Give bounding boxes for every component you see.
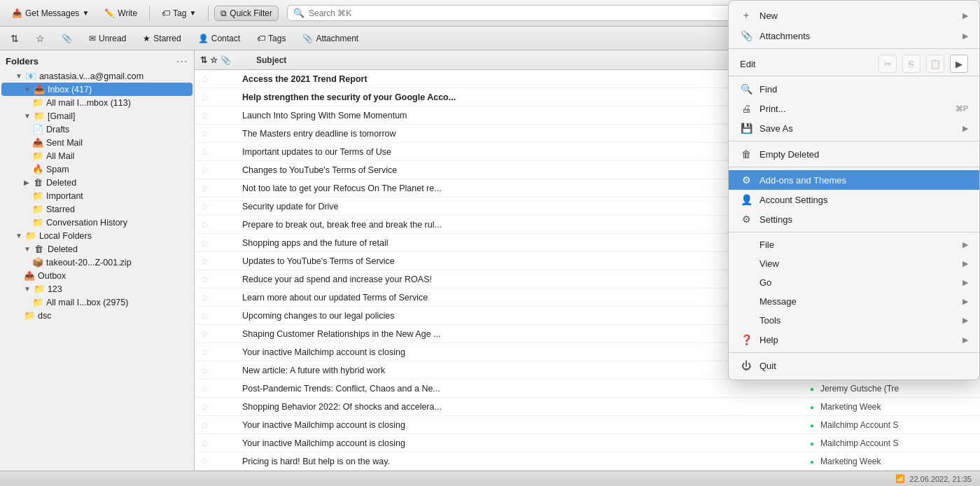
star-icon[interactable]: ☆ <box>200 165 209 176</box>
star-icon[interactable]: ☆ <box>200 74 209 85</box>
star-col: ☆ <box>200 183 214 194</box>
takeout-icon: 📦 <box>32 257 43 268</box>
sidebar-item-starred[interactable]: 📁 Starred <box>1 202 192 216</box>
star-col: ☆ <box>200 401 214 412</box>
new-arrow: ▶ <box>962 11 968 20</box>
get-messages-button[interactable]: 📥 Get Messages ▼ <box>6 6 95 21</box>
menu-item-tools[interactable]: Tools ▶ <box>729 311 979 330</box>
unread-icon: ✉ <box>89 34 96 43</box>
star-icon[interactable]: ☆ <box>200 456 209 467</box>
subject-cell: Shaping Customer Relationships in the Ne… <box>242 329 804 339</box>
menu-item-view[interactable]: View ▶ <box>729 254 979 273</box>
starred-button[interactable]: ★ Starred <box>135 31 188 46</box>
sidebar-item-local-folders[interactable]: ▼ 📁 Local Folders <box>1 229 192 242</box>
menu-item-help[interactable]: ❓ Help ▶ <box>729 330 979 349</box>
123-icon: 📁 <box>34 284 45 294</box>
star-col: ☆ <box>200 201 214 212</box>
sidebar-item-gmail[interactable]: ▼ 📁 [Gmail] <box>1 109 192 123</box>
sidebar-item-history[interactable]: 📁 Conversation History <box>1 216 192 229</box>
save-as-icon: 💾 <box>740 123 752 134</box>
sidebar: Folders ··· ▼ 📧 anastasia.v...a@gmail.co… <box>0 50 195 471</box>
sidebar-item-account[interactable]: ▼ 📧 anastasia.v...a@gmail.com <box>1 69 192 83</box>
sidebar-item-all-mail[interactable]: 📁 All mail I...mbox (113) <box>1 96 192 109</box>
star-icon[interactable]: ☆ <box>200 183 209 194</box>
star-icon[interactable]: ☆ <box>200 383 209 394</box>
sidebar-item-spam[interactable]: 🔥 Spam <box>1 162 192 176</box>
star-icon[interactable]: ☆ <box>200 219 209 230</box>
star-filter-button[interactable]: ☆ <box>28 30 52 47</box>
cut-button[interactable]: ✂ <box>878 55 897 73</box>
subject-cell: Important updates to our Terms of Use <box>242 147 804 157</box>
get-messages-dropdown-arrow[interactable]: ▼ <box>82 9 89 17</box>
tag-dropdown-arrow[interactable]: ▼ <box>189 9 196 17</box>
menu-item-find[interactable]: 🔍 Find <box>729 79 979 99</box>
menu-item-new[interactable]: ＋ New ▶ <box>729 5 979 26</box>
unread-button[interactable]: ✉ Unread <box>81 31 134 46</box>
menu-divider-3 <box>729 167 979 167</box>
star-icon[interactable]: ☆ <box>200 365 209 376</box>
attachment-filter-button[interactable]: 📎 <box>54 31 80 46</box>
copy-button[interactable]: ⎘ <box>902 55 920 73</box>
subject-cell: Access the 2021 Trend Report <box>242 74 804 84</box>
menu-item-quit[interactable]: ⏻ Quit <box>729 356 979 375</box>
menu-item-attachments[interactable]: 📎 Attachments ▶ <box>729 26 979 46</box>
sidebar-item-inbox[interactable]: ▼ 📥 Inbox (417) <box>1 83 192 96</box>
attachment-button[interactable]: 📎 Attachment <box>295 31 366 46</box>
star-icon[interactable]: ☆ <box>200 328 209 340</box>
tags-button[interactable]: 🏷 Tags <box>249 31 293 46</box>
print-shortcut: ⌘P <box>955 104 968 113</box>
star-icon[interactable]: ☆ <box>200 419 209 431</box>
sidebar-item-local-deleted[interactable]: ▼ 🗑 Deleted <box>1 242 192 256</box>
folders-options-button[interactable]: ··· <box>176 56 188 67</box>
star-icon[interactable]: ☆ <box>200 292 209 303</box>
sidebar-item-123[interactable]: ▼ 📁 123 <box>1 282 192 296</box>
star-icon[interactable]: ☆ <box>200 110 209 121</box>
sidebar-item-takeout[interactable]: 📦 takeout-20...Z-001.zip <box>1 256 192 269</box>
sidebar-item-sent[interactable]: 📤 Sent Mail <box>1 136 192 149</box>
sidebar-item-all-mail-123[interactable]: 📁 All mail I...box (2975) <box>1 296 192 309</box>
tag-icon: 🏷 <box>162 8 170 18</box>
menu-item-save-as[interactable]: 💾 Save As ▶ <box>729 118 979 138</box>
sidebar-item-deleted[interactable]: ▶ 🗑 Deleted <box>1 176 192 189</box>
tags-icon: 🏷 <box>257 34 265 43</box>
paste-button[interactable]: 📋 <box>926 55 944 73</box>
star-icon[interactable]: ☆ <box>200 128 209 139</box>
write-button[interactable]: ✏️ Write <box>98 6 144 21</box>
thread-sort-icon: ⇅ <box>10 33 19 44</box>
sidebar-item-all-mail2[interactable]: 📁 All Mail <box>1 149 192 162</box>
sidebar-item-drafts[interactable]: 📄 Drafts <box>1 123 192 136</box>
star-icon[interactable]: ☆ <box>200 401 209 412</box>
menu-item-settings[interactable]: ⚙ Settings <box>729 209 979 229</box>
menu-item-go[interactable]: Go ▶ <box>729 273 979 292</box>
sidebar-item-outbox[interactable]: 📤 Outbox <box>1 269 192 282</box>
star-icon[interactable]: ☆ <box>200 201 209 212</box>
star-col: ☆ <box>200 92 214 103</box>
star-icon[interactable]: ☆ <box>200 438 209 449</box>
star-icon[interactable]: ☆ <box>200 274 209 285</box>
edit-more-arrow[interactable]: ▶ <box>950 55 968 73</box>
star-icon[interactable]: ☆ <box>200 310 209 321</box>
star-col: ☆ <box>200 74 214 85</box>
quick-filter-icon: ⧉ <box>220 8 227 18</box>
star-icon[interactable]: ☆ <box>200 92 209 103</box>
star-icon[interactable]: ☆ <box>200 146 209 158</box>
tag-button[interactable]: 🏷 Tag ▼ <box>155 6 202 21</box>
star-icon[interactable]: ☆ <box>200 256 209 267</box>
contact-button[interactable]: 👤 Contact <box>190 31 248 46</box>
menu-item-addons[interactable]: ⚙ Add-ons and Themes <box>729 170 979 190</box>
menu-item-print[interactable]: 🖨 Print... ⌘P <box>729 99 979 118</box>
menu-item-empty-deleted[interactable]: 🗑 Empty Deleted <box>729 144 979 164</box>
star-icon[interactable]: ☆ <box>200 237 209 249</box>
sidebar-item-important[interactable]: 📁 Important <box>1 189 192 202</box>
quick-filter-button[interactable]: ⧉ Quick Filter <box>214 6 279 21</box>
menu-item-message[interactable]: Message ▶ <box>729 292 979 311</box>
header-attach-icon: 📎 <box>220 55 231 65</box>
thread-sort-button[interactable]: ⇅ <box>3 30 27 47</box>
sidebar-item-dsc[interactable]: 📁 dsc <box>1 309 192 322</box>
menu-item-account-settings[interactable]: 👤 Account Settings <box>729 190 979 209</box>
menu-item-file[interactable]: File ▶ <box>729 235 979 254</box>
subject-cell: Shopping apps and the future of retail <box>242 238 804 248</box>
subject-cell: Pricing is hard! But help is on the way. <box>242 457 804 466</box>
star-icon[interactable]: ☆ <box>200 347 209 358</box>
subject-cell: Launch Into Spring With Some Momentum <box>242 111 804 120</box>
